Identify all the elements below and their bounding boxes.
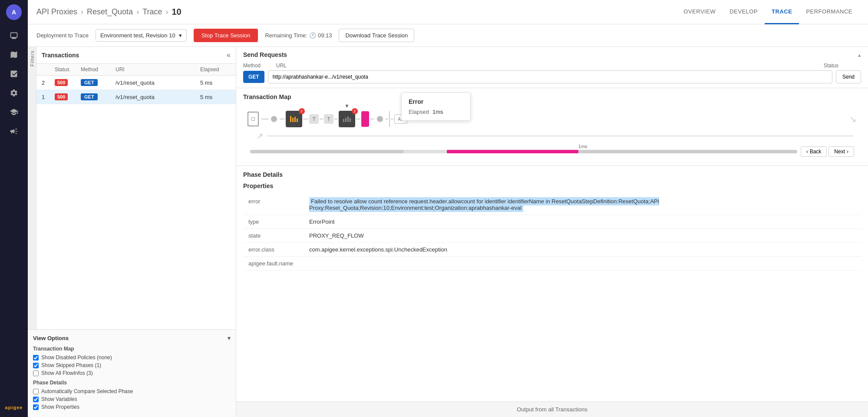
remaining-time: Remaining Time: 🕐 09:13	[265, 32, 332, 39]
prop-label-fault-name: apigee.fault.name	[243, 257, 304, 271]
checkbox-show-properties[interactable]: Show Properties	[33, 404, 231, 410]
stop-trace-button[interactable]: Stop Trace Session	[194, 29, 258, 42]
sidebar-icon-announce[interactable]	[5, 122, 23, 140]
prop-value-fault-name	[304, 257, 861, 271]
tab-overview[interactable]: OVERVIEW	[677, 0, 723, 24]
error-tooltip: Error Elapsed 1ms	[401, 93, 471, 121]
checkbox-show-variables-input[interactable]	[33, 397, 39, 402]
map-node-quota1[interactable]: !	[286, 111, 302, 127]
breadcrumb-sep-3: ›	[165, 7, 168, 17]
svg-rect-2	[294, 117, 296, 122]
toolbar: Deployment to Trace Environment test, Re…	[28, 24, 868, 47]
sidebar-icon-settings[interactable]	[5, 84, 23, 102]
breadcrumb-sep-1: ›	[81, 7, 83, 17]
breadcrumb-revision: 10	[172, 7, 181, 17]
connector	[303, 119, 308, 119]
transactions-table: Status Method URI Elapsed 2 500 GET /v1/	[36, 64, 236, 329]
checkbox-disabled-policies-input[interactable]	[33, 355, 39, 361]
prop-value-error: Failed to resolve allow count reference …	[304, 195, 861, 215]
timeline-nav: ‹ Back Next ›	[801, 146, 854, 157]
map-node-pink[interactable]	[361, 111, 369, 127]
map-node-t2[interactable]: T	[324, 114, 333, 124]
prop-label-error: error	[243, 195, 304, 215]
property-row-error: error Failed to resolve allow count refe…	[243, 195, 861, 215]
sidebar-icon-box[interactable]	[5, 46, 23, 63]
send-requests: Send Requests ▴ Method URL Status GET Se…	[236, 47, 868, 88]
transaction-map: Transaction Map Error Elapsed 1ms	[236, 88, 868, 166]
left-panel: Filters Transactions « Status	[28, 47, 236, 417]
tab-performance[interactable]: PERFORMANCE	[799, 0, 859, 24]
send-requests-collapse[interactable]: ▴	[858, 52, 861, 58]
sidebar: A apigee	[0, 0, 28, 417]
return-line	[267, 136, 853, 136]
filters-label[interactable]: Filters	[30, 50, 35, 66]
avatar[interactable]: A	[6, 4, 22, 20]
download-trace-button[interactable]: Download Trace Session	[339, 29, 414, 42]
sidebar-icon-learn[interactable]	[5, 103, 23, 121]
breadcrumb-trace[interactable]: Trace	[142, 7, 162, 17]
connector	[320, 119, 323, 119]
transactions-header: Transactions «	[36, 47, 236, 64]
prop-label-type: type	[243, 215, 304, 229]
connector	[356, 119, 360, 119]
get-method-button[interactable]: GET	[243, 71, 264, 83]
checkbox-all-flowinfos[interactable]: Show All FlowInfos (3)	[33, 370, 231, 376]
url-input[interactable]	[268, 70, 832, 83]
tab-develop[interactable]: DEVELOP	[723, 0, 765, 24]
right-panel: Send Requests ▴ Method URL Status GET Se…	[236, 47, 868, 417]
timeline-seg1	[250, 150, 403, 153]
timeline-gap	[403, 150, 447, 153]
phase-details: Phase Details Properties error Failed to…	[236, 166, 868, 401]
send-button[interactable]: Send	[836, 70, 861, 83]
status-col-label: Status	[824, 63, 838, 69]
next-button[interactable]: Next ›	[828, 146, 854, 157]
return-row: ↗	[248, 129, 857, 145]
tab-trace[interactable]: TRACE	[765, 0, 799, 24]
checkbox-auto-compare[interactable]: Automatically Compare Selected Phase	[33, 388, 231, 394]
breadcrumb-reset-quota[interactable]: Reset_Quota	[87, 7, 133, 17]
sidebar-icon-chart[interactable]	[5, 65, 23, 83]
prop-label-error-class: error.class	[243, 243, 304, 257]
breadcrumb-api-proxies[interactable]: API Proxies	[36, 7, 77, 17]
output-bar[interactable]: Output from all Transactions	[236, 401, 868, 417]
table-row[interactable]: 1 500 GET /v1/reset_quota 5 ms	[36, 90, 236, 104]
checkbox-skipped-phases-input[interactable]	[33, 363, 39, 368]
view-options-collapse[interactable]: ▾	[228, 335, 231, 341]
property-row-type: type ErrorPoint	[243, 215, 861, 229]
checkbox-all-flowinfos-input[interactable]	[33, 371, 39, 376]
checkbox-show-variables[interactable]: Show Variables	[33, 396, 231, 402]
prop-value-error-class: com.apigee.kernel.exceptions.spi.Uncheck…	[304, 243, 861, 257]
checkbox-show-properties-input[interactable]	[33, 404, 39, 410]
map-return-arrow: ↘	[849, 114, 857, 124]
breadcrumb: API Proxies › Reset_Quota › Trace › 10	[36, 7, 182, 17]
transaction-map-title: Transaction Map	[243, 93, 861, 100]
connector	[386, 119, 388, 119]
properties-table: error Failed to resolve allow count refe…	[243, 195, 861, 271]
filters-column: Filters	[28, 47, 36, 329]
svg-rect-0	[290, 116, 291, 122]
svg-rect-3	[297, 119, 298, 122]
checkbox-auto-compare-input[interactable]	[33, 389, 39, 394]
checkbox-disabled-policies[interactable]: Show Disabled Policies (none)	[33, 354, 231, 361]
transactions-title: Transactions	[42, 52, 79, 59]
deployment-select[interactable]: Environment test, Revision 10 ▾	[96, 29, 187, 42]
map-node-circle	[271, 116, 277, 122]
url-col-label: URL	[276, 63, 820, 69]
map-node-quota2[interactable]: ▼ !	[339, 111, 355, 127]
row-num: 1	[42, 94, 55, 100]
connector	[261, 119, 268, 119]
sidebar-icon-monitor[interactable]	[5, 27, 23, 44]
map-node-t1[interactable]: T	[309, 114, 319, 124]
table-row[interactable]: 2 500 GET /v1/reset_quota 5 ms	[36, 76, 236, 90]
back-button[interactable]: ‹ Back	[801, 146, 827, 157]
collapse-btn[interactable]: «	[227, 51, 231, 59]
table-header: Status Method URI Elapsed	[36, 64, 236, 76]
tooltip-elapsed-value: 1ms	[432, 109, 443, 115]
timeline-fill	[447, 150, 578, 153]
checkbox-skipped-phases[interactable]: Show Skipped Phases (1)	[33, 362, 231, 368]
send-form: GET Send	[243, 70, 861, 83]
connector	[334, 119, 338, 119]
svg-rect-6	[347, 116, 349, 122]
connector	[370, 119, 374, 119]
map-node-phone[interactable]	[248, 112, 259, 126]
